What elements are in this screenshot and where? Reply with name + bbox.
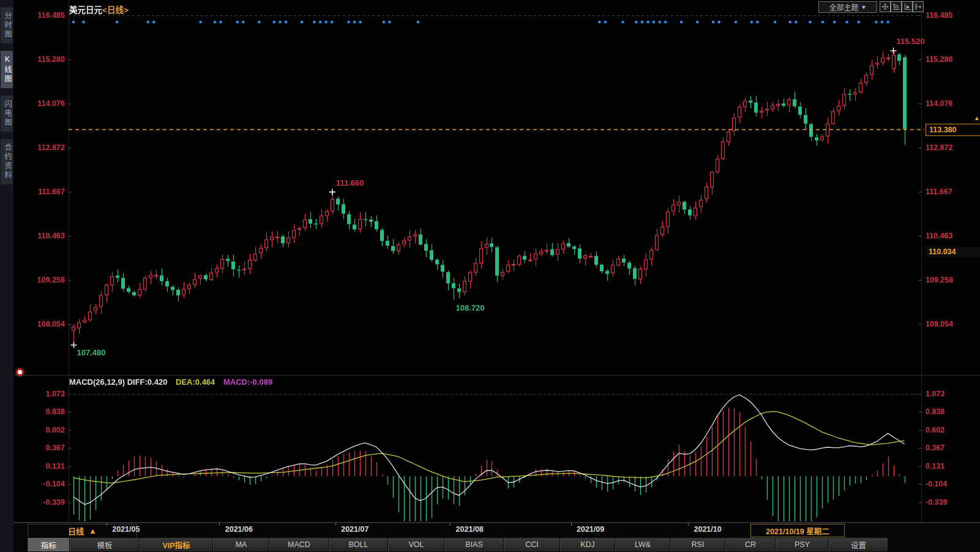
period-label: 日线 [68,525,84,537]
toolbar-item-CR[interactable]: CR [725,538,776,551]
toolbar-item-BOLL[interactable]: BOLL [329,538,388,551]
price-axis-label-right: 108.054 [926,319,953,329]
macd-axis-label-right: -0.339 [926,497,947,507]
indicator-alert-icon [18,370,22,374]
left-sidebar: 分时图K线图闪电图合约资料 [0,0,13,552]
price-axis-label-right: 109.258 [926,275,953,285]
price-marker-label: 115.520 [897,37,925,46]
price-marker-label: 107.480 [77,348,105,357]
macd-dea-value: DEA:0.464 [176,377,215,387]
current-price-box: 113.380 [926,124,980,136]
price-axis-label-left: 116.485 [21,10,65,20]
toolbar-item-BIAS[interactable]: BIAS [444,538,504,551]
theme-dropdown-label: 全部主题 [829,2,859,12]
price-axis-label-left: 115.280 [21,55,65,64]
month-tick [450,523,451,526]
month-tick [335,523,336,526]
price-axis-label-left: 108.054 [21,319,65,329]
price-up-arrow-icon: ▲ [974,115,980,121]
sidebar-tab-1[interactable]: 分时图 [1,7,13,43]
macd-axis-label-left: 0.131 [21,461,65,471]
price-axis-label-left: 110.463 [21,231,65,241]
cost-price-label: 110.034 [926,247,980,257]
macd-axis-label-left: 1.073 [21,389,65,399]
price-axis-label-left: 114.076 [21,99,65,108]
price-axis-label-left: 111.667 [21,187,65,197]
macd-axis-label-right: 0.602 [926,425,944,435]
toolbar-item-VOL[interactable]: VOL [388,538,444,551]
macd-params-diff: MACD(26,12,9) DIFF:0.420 [69,377,167,387]
macd-axis-label-right: 0.838 [926,407,944,417]
month-tick [571,523,572,526]
macd-axis-label-left: 0.367 [21,443,65,453]
last-date-label: 2021/10/19 星期二 [750,524,845,537]
date-axis: 日线 ▲ 2021/10/19 星期二 2021/052021/062021/0… [13,523,980,538]
macd-axis-label-left: -0.104 [21,479,65,489]
price-marker-label: 111.660 [336,178,364,187]
sidebar-tab-2[interactable]: K线图 [1,51,13,88]
macd-axis-label-left: 0.838 [21,407,65,417]
toolbar-item-MA[interactable]: MA [213,538,269,551]
price-axis-label-right: 116.485 [926,10,953,20]
chart-title: 美元日元<日线> [69,3,129,15]
toolbar-item-VIP指标[interactable]: VIP指标 [140,538,213,551]
theme-dropdown[interactable]: 全部主题 ▼ [818,1,877,13]
kline-window: 分时图K线图闪电图合约资料 美元日元<日线> 全部主题 ▼ MACD(26,12… [0,0,980,552]
price-axis-label-right: 114.076 [926,99,953,108]
month-label: 2021/10 [694,525,722,534]
month-label: 2021/05 [112,525,140,534]
symbol-name: 美元日元 [69,6,102,15]
period-tag: <日线> [102,6,129,15]
price-axis-label-left: 109.258 [21,275,65,285]
price-marker-label: 108.720 [456,303,485,312]
macd-axis-label-right: 0.367 [926,443,944,453]
toolbar-item-MACD[interactable]: MACD [269,538,329,551]
month-label: 2021/06 [225,525,253,534]
toolbar-item-模板[interactable]: 模板 [70,538,140,551]
month-tick [688,523,689,526]
price-axis-label-right: 111.667 [926,187,952,197]
sidebar-tab-3[interactable]: 闪电图 [1,96,13,132]
price-axis-label-right: 112.872 [926,143,953,153]
chart-canvas[interactable] [0,0,980,552]
macd-axis-label-left: -0.339 [21,497,65,507]
macd-axis-label-right: -0.104 [926,479,947,489]
month-label: 2021/07 [341,525,368,534]
toolbar-item-LW&[interactable]: LW& [615,538,670,551]
macd-header: MACD(26,12,9) DIFF:0.420 DEA:0.464 MACD:… [69,377,279,387]
sidebar-tab-4[interactable]: 合约资料 [1,139,13,184]
price-axis-label-left: 112.872 [21,143,65,153]
toolbar-item-PSY[interactable]: PSY [776,538,829,551]
toolbar-item-指标[interactable]: 指标 [28,538,70,551]
price-axis-label-right: 115.280 [926,55,953,64]
toolbar-item-设置[interactable]: 设置 [829,538,888,551]
toolbar-item-KDJ[interactable]: KDJ [560,538,615,551]
triangle-up-icon: ▲ [89,526,97,535]
toolbar-item-CCI[interactable]: CCI [504,538,560,551]
toolbar-item-RSI[interactable]: RSI [670,538,725,551]
macd-axis-label-right: 1.073 [926,389,944,399]
price-axis-label-right: 110.463 [926,231,953,241]
pan-icon[interactable] [880,1,891,12]
month-label: 2021/09 [577,525,604,534]
month-tick [219,523,220,526]
expand-right-icon[interactable] [913,1,924,12]
chevron-down-icon: ▼ [861,4,867,10]
month-label: 2021/08 [456,525,484,534]
axis-play-icon[interactable] [902,1,913,12]
axis-zoom-out-icon[interactable] [891,1,902,12]
month-tick [107,523,107,526]
macd-macd-value: MACD:-0.089 [223,377,272,387]
macd-axis-label-left: 0.602 [21,425,65,435]
macd-axis-label-right: 0.131 [926,461,944,471]
indicator-toolbar: 指标模板VIP指标MAMACDBOLLVOLBIASCCIKDJLW&RSICR… [13,537,980,552]
